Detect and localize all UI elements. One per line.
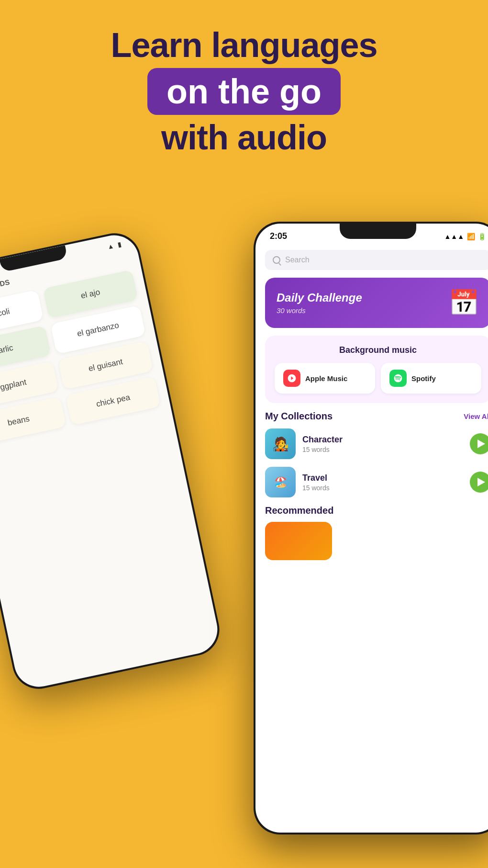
collection-name-travel: Travel [302,473,463,483]
play-triangle-icon [477,440,485,448]
daily-challenge-words: 30 words [277,306,362,315]
collection-item-character: 🧑‍🎤 Character 15 words [265,428,488,459]
status-time: 2:05 [270,231,287,241]
word-chick-pea: chick pea [95,393,131,409]
play-button-travel[interactable] [470,472,488,493]
play-triangle-icon-travel [477,478,485,486]
search-placeholder-text: Search [285,256,310,264]
phone-left-screen: ▲ ▮ ⏱ 32.9 SECONDS broccoli el ajo garli… [0,231,222,691]
signal-icon: ▲▲▲ [444,233,464,240]
word-el-garbanzo: el garbanzo [76,321,120,339]
battery-status-icon: 🔋 [478,233,486,240]
apple-music-option[interactable]: Apple Music [275,363,375,394]
phone-left: ▲ ▮ ⏱ 32.9 SECONDS broccoli el ajo garli… [0,228,224,694]
word-el-guisant: el guisant [88,357,123,374]
collections-title: My Collections [265,411,333,422]
word-garlic: garlic [0,343,14,357]
daily-challenge-info: Daily Challenge 30 words [277,291,362,315]
travel-thumbnail: 🏖️ [265,467,296,497]
header-section: Learn languages on the go with audio [0,0,488,157]
collections-header: My Collections View All [265,411,488,422]
collection-words-travel: 15 words [302,484,463,492]
spotify-option[interactable]: Spotify [381,363,481,394]
character-thumbnail: 🧑‍🎤 [265,428,296,459]
header-line3: with audio [0,119,488,157]
spotify-icon [389,370,407,387]
daily-challenge-card[interactable]: Daily Challenge 30 words 📅 [265,278,488,328]
daily-challenge-title: Daily Challenge [277,291,362,304]
view-all-button[interactable]: View All [464,412,488,420]
timer-text: ⏱ 32.9 SECONDS [0,278,11,298]
search-bar[interactable]: Search [265,250,488,270]
header-line1: Learn languages [0,26,488,64]
bg-music-title: Background music [275,345,481,355]
recommended-title: Recommended [265,505,488,516]
word-grid: broccoli el ajo garlic el garbanzo eggpl… [0,268,170,447]
wifi-icon: ▲ [107,242,115,251]
collection-thumb-character: 🧑‍🎤 [265,428,296,459]
word-el-ajo: el ajo [80,287,101,301]
daily-challenge-emoji: 📅 [448,288,479,317]
collections-section: My Collections View All 🧑‍🎤 Character 15… [255,411,488,497]
collection-thumb-travel: 🏖️ [265,467,296,497]
collection-info-travel: Travel 15 words [302,473,463,492]
apple-music-label: Apple Music [305,374,347,383]
phones-container: ▲ ▮ ⏱ 32.9 SECONDS broccoli el ajo garli… [0,222,488,868]
wifi-status-icon: 📶 [467,233,475,240]
search-icon [273,256,280,264]
status-icons: ▲▲▲ 📶 🔋 [444,233,486,240]
word-eggplant: eggplant [0,377,27,393]
recommended-card[interactable] [265,522,332,560]
header-highlight: on the go [147,68,341,115]
word-card-beans[interactable]: beans [0,396,67,445]
recommended-section: Recommended [255,505,488,562]
phone-right: 2:05 ▲▲▲ 📶 🔋 Search Daily Challenge 30 w… [254,222,488,834]
spotify-label: Spotify [411,374,436,383]
collection-name-character: Character [302,435,463,445]
collection-info-character: Character 15 words [302,435,463,453]
apple-music-icon [283,370,300,387]
collection-item-travel: 🏖️ Travel 15 words [265,467,488,497]
play-button-character[interactable] [470,433,488,454]
collection-words-character: 15 words [302,446,463,453]
word-beans: beans [7,414,30,428]
background-music-section: Background music Apple Music [265,336,488,403]
right-phone-notch [340,224,416,239]
word-broccoli: broccoli [0,306,11,322]
battery-icon: ▮ [117,240,122,248]
phone-right-screen: 2:05 ▲▲▲ 📶 🔋 Search Daily Challenge 30 w… [255,224,488,833]
music-options: Apple Music Spotify [275,363,481,394]
